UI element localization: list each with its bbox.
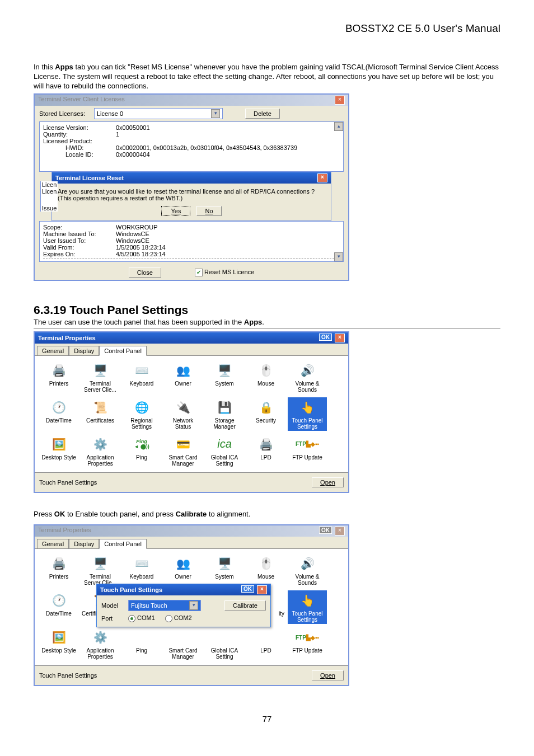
cp-terminal-server[interactable]: 🖥️Terminal Server Clie... (81, 360, 120, 394)
cp-volume[interactable]: 🔊Volume & Sounds (288, 360, 327, 394)
cp-lpd[interactable]: LPD (246, 627, 285, 661)
cp-lpd[interactable]: 🖨️LPD (246, 434, 285, 468)
cp-storage[interactable]: 💾Storage Manager (205, 397, 244, 431)
titlebar-text: Touch Panel Settings (100, 586, 162, 593)
ica-icon: ica (216, 435, 233, 453)
tab-general[interactable]: General (37, 346, 69, 355)
text: to Enable touch panel, and press (65, 510, 175, 518)
cp-desktop-style[interactable]: 🖼️Desktop Style (39, 434, 78, 468)
touch-panel-settings-modal: Touch Panel Settings OK × Model Fujitsu … (96, 584, 271, 627)
printer-icon: 🖨️ (50, 361, 68, 379)
ok-title-button[interactable]: OK (241, 585, 254, 593)
network-icon: 🔌 (174, 398, 192, 416)
cp-mouse[interactable]: 🖱️Mouse (246, 553, 285, 587)
titlebar: Terminal Properties OK × (35, 332, 348, 344)
cp-keyboard[interactable]: ⌨️Keyboard (122, 360, 161, 394)
cp-global-ica[interactable]: Global ICASetting (205, 627, 244, 661)
scroll-down-icon[interactable]: ▾ (334, 252, 343, 261)
checkbox-label: Reset MS Licence (204, 269, 254, 275)
mouse-icon: 🖱️ (257, 361, 275, 379)
cp-owner[interactable]: 👥Owner (163, 360, 203, 394)
close-icon[interactable]: × (335, 334, 345, 342)
tab-display[interactable]: Display (69, 539, 99, 548)
tabs: General Display Control Panel (35, 537, 348, 549)
open-button[interactable]: Open (312, 477, 344, 487)
cp-regional[interactable]: 🌐Regional Settings (122, 397, 161, 431)
no-button[interactable]: No (196, 206, 221, 216)
cp-global-ica[interactable]: icaGlobal ICA Setting (205, 434, 244, 468)
blank-icon (133, 628, 151, 646)
cp-ping[interactable]: Ping (122, 627, 161, 661)
cp-system[interactable]: 🖥️System (205, 553, 244, 587)
tab-control-panel[interactable]: Control Panel (99, 539, 147, 549)
model-select[interactable]: Fujitsu Touch ▾ (128, 600, 201, 611)
yes-button[interactable]: Yes (161, 206, 190, 216)
reset-ms-licence-checkbox[interactable]: ✔Reset MS Licence (195, 269, 254, 276)
gear-icon: ⚙️ (91, 628, 109, 646)
cp-owner[interactable]: 👥Owner (163, 553, 203, 587)
model-label: Model (101, 602, 124, 609)
cp-touch-panel[interactable]: 👆Touch Panel Settings (288, 397, 327, 431)
text: The user can use the touch panel that ha… (34, 318, 244, 326)
tab-control-panel[interactable]: Control Panel (99, 346, 147, 356)
select-value: License 0 (97, 110, 123, 117)
cp-desktop-style[interactable]: 🖼️Desktop Style (39, 627, 78, 661)
cp-printers[interactable]: 🖨️Printers (39, 360, 78, 394)
keyboard-icon: ⌨️ (133, 555, 151, 572)
cp-ping[interactable]: Ping◄ ⬤))Ping (122, 434, 161, 468)
cp-volume[interactable]: 🔊Volume & Sounds (288, 553, 327, 587)
calibrate-button[interactable]: Calibrate (224, 600, 266, 611)
cp-system[interactable]: 🖥️System (205, 360, 244, 394)
cp-smartcard[interactable]: Smart CardManager (163, 627, 203, 661)
mouse-icon: 🖱️ (257, 555, 275, 572)
stored-licenses-select[interactable]: License 0 ▾ (94, 108, 223, 119)
label: Machine Issued To: (43, 231, 116, 237)
cp-datetime[interactable]: 🕐Date/Time (39, 590, 78, 624)
cp-ftp-update[interactable]: FTP▙◆▪▪FTP Update (288, 627, 327, 661)
desktop-icon: 🖼️ (50, 628, 68, 646)
smartcard-icon: 💳 (174, 435, 192, 453)
scroll-up-icon[interactable]: ▴ (334, 122, 343, 131)
open-button[interactable]: Open (312, 670, 344, 680)
cp-certificates[interactable]: 📜Certificates (81, 397, 120, 431)
cp-printers[interactable]: 🖨️Printers (39, 553, 78, 587)
reset-message: Are you sure that you would like to rese… (52, 184, 331, 220)
cp-keyboard[interactable]: ⌨️Keyboard (122, 553, 161, 587)
com1-radio[interactable]: COM1 (128, 614, 155, 622)
value: 1 (116, 131, 119, 138)
cp-security[interactable]: 🔒Security (246, 397, 285, 431)
label: Locale ID: (65, 151, 116, 158)
status-text: Touch Panel Settings (39, 479, 97, 486)
cp-network[interactable]: 🔌Network Status (163, 397, 203, 431)
storage-icon: 💾 (216, 398, 233, 416)
cp-app-props[interactable]: ⚙️Application Properties (81, 434, 120, 468)
cp-datetime[interactable]: 🕐Date/Time (39, 397, 78, 431)
ok-title-button[interactable]: OK (319, 527, 332, 534)
ok-title-button[interactable]: OK (319, 334, 332, 341)
cp-mouse[interactable]: 🖱️Mouse (246, 360, 285, 394)
cp-terminal-server[interactable]: 🖥️Terminal Server Clie... (81, 553, 120, 587)
text: In this (34, 63, 55, 71)
cp-ftp-update[interactable]: FTP▙◆▪▪FTP Update (288, 434, 327, 468)
tab-display[interactable]: Display (69, 346, 99, 355)
cp-smartcard[interactable]: 💳Smart Card Manager (163, 434, 203, 468)
titlebar-text: Terminal Server Client Licenses (38, 96, 125, 105)
chevron-down-icon[interactable]: ▾ (189, 601, 198, 610)
com2-radio[interactable]: COM2 (165, 614, 192, 622)
ftp-icon: FTP▙◆▪▪ (298, 628, 316, 646)
radio-icon (165, 615, 172, 622)
value: WORKGROUP (116, 224, 158, 231)
close-icon[interactable]: × (257, 585, 267, 594)
cp-touch-panel[interactable]: 👆Touch Panel Settings (288, 590, 327, 624)
ok-bold: OK (54, 510, 65, 518)
close-icon[interactable]: × (335, 527, 345, 536)
blank-icon (174, 628, 192, 646)
close-button[interactable]: Close (129, 267, 161, 278)
speaker-icon: 🔊 (298, 361, 316, 379)
close-icon[interactable]: × (317, 173, 327, 182)
cp-app-props[interactable]: ⚙️Application Properties (81, 627, 120, 661)
tab-general[interactable]: General (37, 539, 69, 548)
close-icon[interactable]: × (335, 96, 345, 105)
delete-button[interactable]: Delete (245, 109, 280, 119)
chevron-down-icon[interactable]: ▾ (211, 109, 220, 118)
